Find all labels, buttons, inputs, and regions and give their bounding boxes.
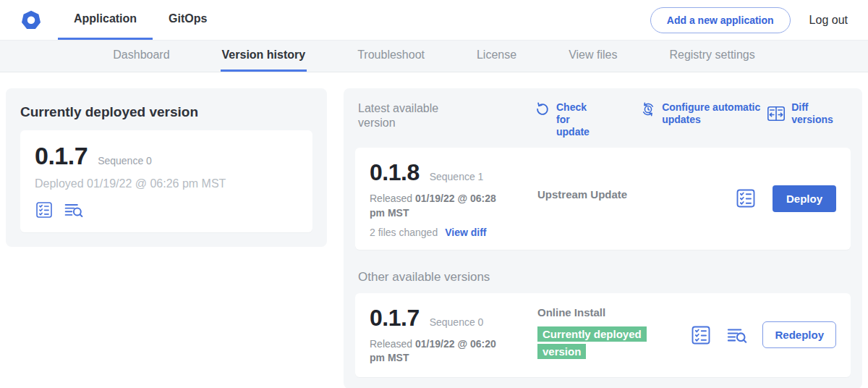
currently-deployed-badge: Currently deployed version bbox=[537, 326, 647, 359]
check-for-update-label: Check for update bbox=[556, 101, 603, 138]
other-version-card: 0.1.7 Sequence 0 Released 01/19/22 @ 06:… bbox=[355, 293, 851, 377]
currently-deployed-panel: Currently deployed version 0.1.7 Sequenc… bbox=[6, 88, 327, 247]
add-new-application-button[interactable]: Add a new application bbox=[650, 7, 791, 33]
diff-versions-link[interactable]: Diff versions bbox=[767, 101, 848, 126]
configure-automatic-updates-label: Configure automatic updates bbox=[662, 101, 767, 126]
tab-gitops[interactable]: GitOps bbox=[153, 0, 223, 40]
released-prefix: Released bbox=[370, 193, 412, 204]
config-checklist-icon[interactable] bbox=[690, 324, 712, 346]
check-for-update-link[interactable]: Check for update bbox=[535, 101, 603, 138]
config-checklist-icon[interactable] bbox=[35, 201, 54, 219]
tab-gitops-label: GitOps bbox=[169, 12, 207, 25]
deployed-version-number: 0.1.7 bbox=[35, 142, 88, 170]
config-checklist-icon[interactable] bbox=[735, 187, 757, 209]
schedule-update-icon bbox=[640, 101, 656, 117]
other-version-source: Online Install bbox=[537, 306, 690, 319]
latest-released-timestamp: Released 01/19/22 @ 06:28 pm MST bbox=[370, 192, 501, 220]
currently-deployed-card: 0.1.7 Sequence 0 Deployed 01/19/22 @ 06:… bbox=[20, 130, 312, 232]
diff-versions-label: Diff versions bbox=[791, 101, 848, 126]
other-sequence-label: Sequence 0 bbox=[430, 316, 484, 328]
deployed-sequence-label: Sequence 0 bbox=[98, 155, 152, 166]
main-content: Currently deployed version 0.1.7 Sequenc… bbox=[0, 72, 868, 388]
configure-automatic-updates-link[interactable]: Configure automatic updates bbox=[640, 101, 767, 126]
files-changed-label: 2 files changed bbox=[370, 227, 438, 238]
logout-link[interactable]: Log out bbox=[809, 14, 848, 27]
latest-version-number: 0.1.8 bbox=[370, 159, 420, 186]
deploy-logs-icon[interactable] bbox=[726, 325, 748, 345]
deploy-logs-icon[interactable] bbox=[64, 201, 84, 219]
latest-version-card: 0.1.8 Sequence 1 Released 01/19/22 @ 06:… bbox=[355, 148, 851, 249]
subnav-item-view-files[interactable]: View files bbox=[567, 41, 618, 72]
diff-icon bbox=[767, 105, 786, 122]
deploy-button[interactable]: Deploy bbox=[773, 185, 836, 212]
other-released-timestamp: Released 01/19/22 @ 06:20 pm MST bbox=[370, 337, 501, 366]
latest-available-title: Latest available version bbox=[355, 101, 451, 130]
available-versions-panel: Latest available version Check for updat… bbox=[344, 88, 862, 388]
latest-sequence-label: Sequence 1 bbox=[430, 171, 484, 182]
deployed-timestamp: Deployed 01/19/22 @ 06:26 pm MST bbox=[35, 177, 298, 190]
subnav-item-license[interactable]: License bbox=[475, 41, 518, 72]
currently-deployed-title: Currently deployed version bbox=[20, 104, 312, 120]
top-navbar: Application GitOps Add a new application… bbox=[0, 0, 868, 41]
subnav-item-troubleshoot[interactable]: Troubleshoot bbox=[356, 41, 426, 72]
view-diff-link[interactable]: View diff bbox=[445, 227, 486, 238]
redeploy-button[interactable]: Redeploy bbox=[762, 321, 836, 348]
tab-application[interactable]: Application bbox=[58, 0, 153, 40]
tab-application-label: Application bbox=[74, 12, 137, 25]
subnav-item-registry-settings[interactable]: Registry settings bbox=[668, 41, 756, 72]
other-version-number: 0.1.7 bbox=[370, 305, 420, 332]
secondary-navbar: Dashboard Version history Troubleshoot L… bbox=[0, 41, 868, 72]
other-versions-title: Other available versions bbox=[358, 270, 851, 284]
latest-version-source: Upstream Update bbox=[537, 159, 735, 201]
subnav-item-version-history[interactable]: Version history bbox=[221, 41, 307, 72]
kots-logo-icon bbox=[20, 9, 42, 31]
subnav-item-dashboard[interactable]: Dashboard bbox=[111, 41, 171, 72]
app-logo[interactable] bbox=[0, 0, 58, 40]
refresh-icon bbox=[535, 101, 550, 117]
released-prefix: Released bbox=[370, 338, 412, 350]
